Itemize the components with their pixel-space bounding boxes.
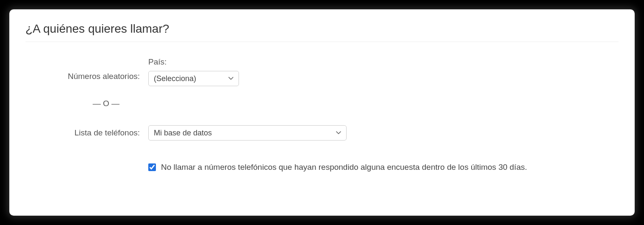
country-field: País: (Selecciona) <box>148 57 619 86</box>
country-select[interactable]: (Selecciona) <box>148 71 239 86</box>
phone-list-field: Mi base de datos <box>148 125 619 141</box>
page-title: ¿A quiénes quieres llamar? <box>25 22 619 42</box>
do-not-call-row: No llamar a números telefónicos que haya… <box>25 162 619 173</box>
call-targets-panel: ¿A quiénes quieres llamar? Números aleat… <box>9 9 635 216</box>
phone-list-select[interactable]: Mi base de datos <box>148 125 347 141</box>
phone-list-label: Lista de teléfonos: <box>25 128 148 138</box>
do-not-call-label[interactable]: No llamar a números telefónicos que haya… <box>161 162 527 173</box>
phone-list-row: Lista de teléfonos: Mi base de datos <box>25 125 619 141</box>
or-separator: — O — <box>25 99 148 108</box>
random-numbers-label: Números aleatorios: <box>25 57 148 81</box>
country-label: País: <box>148 57 619 67</box>
do-not-call-checkbox[interactable] <box>148 163 156 171</box>
random-numbers-row: Números aleatorios: País: (Selecciona) <box>25 57 619 86</box>
or-separator-row: — O — <box>25 99 619 108</box>
